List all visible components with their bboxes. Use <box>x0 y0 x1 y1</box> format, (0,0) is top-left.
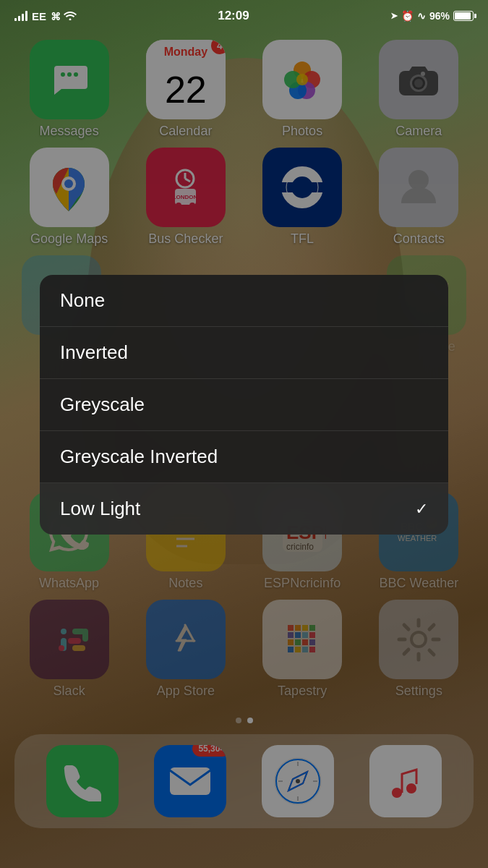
menu-item-greyscale[interactable]: Greyscale <box>40 379 448 431</box>
bluetooth-icon: ∿ <box>417 10 426 22</box>
menu-item-greyscale-inverted[interactable]: Greyscale Inverted <box>40 431 448 483</box>
checkmark-icon: ✓ <box>415 500 428 519</box>
menu-item-none[interactable]: None <box>40 275 448 327</box>
menu-item-greyscale-inverted-label: Greyscale Inverted <box>60 446 218 468</box>
carrier-label: EE <box>32 10 46 22</box>
status-left: EE ⌘ <box>14 10 77 22</box>
dropdown-menu: None Inverted Greyscale Greyscale Invert… <box>40 275 448 535</box>
menu-item-greyscale-label: Greyscale <box>60 393 145 416</box>
alarm-icon: ⏰ <box>401 10 414 22</box>
location-icon: ➤ <box>390 11 398 21</box>
battery-icon <box>453 11 474 21</box>
status-right: ➤ ⏰ ∿ 96% <box>390 10 474 22</box>
status-time: 12:09 <box>218 9 249 23</box>
battery-percentage: 96% <box>429 10 450 22</box>
wifi-icon: ⌘ <box>51 10 77 22</box>
menu-item-inverted-label: Inverted <box>60 341 128 364</box>
menu-item-inverted[interactable]: Inverted <box>40 327 448 379</box>
signal-bars <box>14 11 27 21</box>
battery-container <box>453 11 474 21</box>
status-bar: EE ⌘ 12:09 ➤ ⏰ ∿ 96% <box>0 0 488 32</box>
battery-fill <box>455 12 471 20</box>
menu-item-low-light[interactable]: Low Light ✓ <box>40 483 448 535</box>
menu-item-low-light-label: Low Light <box>60 498 140 520</box>
menu-item-none-label: None <box>60 289 105 312</box>
